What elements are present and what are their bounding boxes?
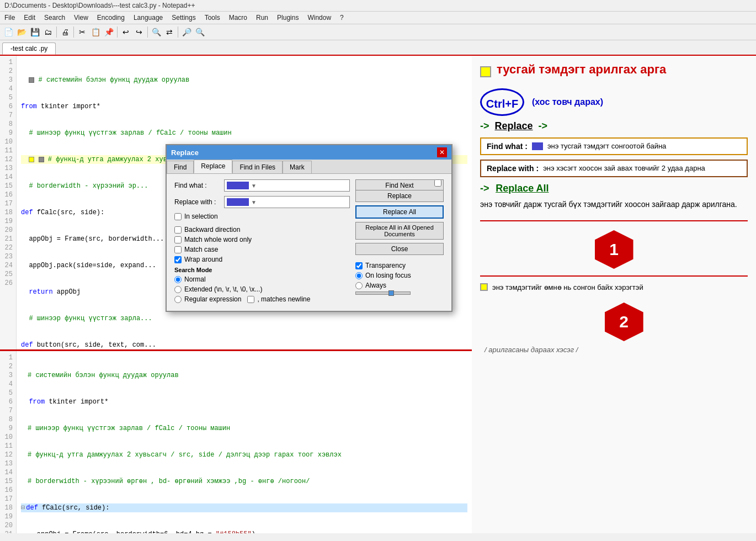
tb-redo[interactable]: ↪ xyxy=(133,26,145,38)
dialog-tab-replace[interactable]: Replace xyxy=(194,160,232,173)
tab-label: -test calc .py xyxy=(10,45,47,52)
annotation-text: / арилгасаны дараах хэсэг / xyxy=(485,346,578,354)
tb-save[interactable]: 💾 xyxy=(29,26,41,38)
in-selection-checkbox[interactable] xyxy=(174,213,182,220)
menu-macro[interactable]: Macro xyxy=(225,13,252,23)
wrap-around-label: Wrap around xyxy=(184,256,222,263)
replace-all-docs-button[interactable]: Replace All in All OpenedDocuments xyxy=(355,222,444,240)
replace-dropdown-arrow[interactable]: ▼ xyxy=(251,199,257,205)
regex-mode-row: Regular expression , matches newline xyxy=(174,295,350,303)
slider-thumb[interactable] xyxy=(388,290,394,296)
menu-language[interactable]: Language xyxy=(129,13,167,23)
ln-17: 17 xyxy=(3,199,13,208)
matches-newline-checkbox[interactable] xyxy=(247,296,254,303)
backward-checkbox[interactable] xyxy=(174,226,182,234)
tb-zoom-out[interactable]: 🔍 xyxy=(194,26,206,38)
find-what-input[interactable]: ▼ xyxy=(224,179,350,192)
menu-search[interactable]: Search xyxy=(40,13,70,23)
transparency-label: Transparency xyxy=(365,262,406,269)
ln-6: 6 xyxy=(3,102,13,111)
replace-with-box: Replace with : энэ хэсэгт хоосон зай ава… xyxy=(480,160,748,177)
ctrl-f-section: Ctrl+F (хос товч дарах) xyxy=(480,88,748,116)
bcode-6: ⊟def fCalc(src, side): xyxy=(21,503,467,512)
tabbar: -test calc .py xyxy=(0,40,756,56)
always-label: Always xyxy=(365,282,386,289)
match-whole-checkbox[interactable] xyxy=(174,236,182,243)
code-content-bottom[interactable]: # системийн бэлэн функц дуудаж оруулав f… xyxy=(17,351,472,533)
menu-file[interactable]: File xyxy=(0,13,19,23)
find-what-desc: энэ тусгай тэмдэгт сонгоотой байна xyxy=(547,142,666,150)
menu-window[interactable]: Window xyxy=(303,13,336,23)
tb-find[interactable]: 🔍 xyxy=(150,26,162,38)
bln-5: 5 xyxy=(3,389,13,397)
bln-17: 17 xyxy=(3,495,13,503)
tb-saveall[interactable]: 🗂 xyxy=(42,26,54,38)
code-line-3: # шинээр функц үүстгэж зарлав / fCalc / … xyxy=(21,129,467,137)
arrow1: -> xyxy=(480,120,489,132)
tb-undo[interactable]: ↩ xyxy=(120,26,132,38)
bln-18: 18 xyxy=(3,503,13,512)
dialog-titlebar: Replace ✕ xyxy=(167,145,451,160)
search-mode-title: Search Mode xyxy=(174,267,350,273)
tb-replace[interactable]: ⇄ xyxy=(163,26,175,38)
ln-22: 22 xyxy=(3,243,13,252)
ln-26: 26 xyxy=(3,279,13,288)
tb-cut[interactable]: ✂ xyxy=(76,26,88,38)
dialog-tab-mark[interactable]: Mark xyxy=(283,161,312,173)
find-what-indicator xyxy=(532,142,543,150)
tb-new[interactable]: 📄 xyxy=(2,26,14,38)
match-case-checkbox[interactable] xyxy=(174,246,182,253)
tab-file[interactable]: -test calc .py xyxy=(2,43,56,55)
dialog-right: Find Next Replace Replace All Replace Al… xyxy=(355,179,444,305)
title-text: D:\Documents - Desktop\Downloads\---test… xyxy=(4,2,195,9)
yellow-badge-top xyxy=(480,66,491,77)
tb-print[interactable]: 🖨 xyxy=(59,26,71,38)
bln-6: 6 xyxy=(3,397,13,406)
transparency-checkbox[interactable] xyxy=(355,262,363,269)
bln-13: 13 xyxy=(3,459,13,468)
ln-7: 7 xyxy=(3,111,13,120)
tb-paste[interactable]: 📌 xyxy=(103,26,115,38)
tb-zoom-in[interactable]: 🔎 xyxy=(180,26,193,38)
replace-with-input[interactable]: ▼ xyxy=(224,196,350,208)
bln-20: 20 xyxy=(3,521,13,530)
regex-label: Regular expression xyxy=(184,295,241,303)
dialog-close-button[interactable]: ✕ xyxy=(437,147,447,157)
bcode-5: # borderwidth - хүрээний өргөн , bd- өрг… xyxy=(21,477,467,486)
normal-radio[interactable] xyxy=(174,276,182,283)
dialog-tab-find[interactable]: Find xyxy=(167,161,194,173)
menu-plugins[interactable]: Plugins xyxy=(273,13,303,23)
replace-heading-section: -> Replace -> xyxy=(480,120,748,132)
close-button[interactable]: Close xyxy=(355,243,444,255)
extended-radio[interactable] xyxy=(174,286,182,293)
wrap-around-row: Wrap around xyxy=(174,256,350,263)
replace-all-button[interactable]: Replace All xyxy=(355,205,444,219)
always-row: Always xyxy=(355,282,444,289)
replace-with-desc: энэ хэсэгт хоосон зай авах товчийг 2 уда… xyxy=(543,164,705,172)
menu-help[interactable]: ? xyxy=(336,13,348,23)
bln-21: 21 xyxy=(3,530,13,533)
on-losing-focus-label: On losing focus xyxy=(365,272,411,279)
find-next-checkbox[interactable] xyxy=(434,179,441,187)
tb-open[interactable]: 📂 xyxy=(15,26,28,38)
match-case-label: Match case xyxy=(184,246,218,253)
menu-tools[interactable]: Tools xyxy=(200,13,225,23)
regex-radio[interactable] xyxy=(174,296,182,303)
ln-1: 1 xyxy=(3,58,13,67)
menu-edit[interactable]: Edit xyxy=(19,13,40,23)
menu-view[interactable]: View xyxy=(70,13,93,23)
tb-copy[interactable]: 📋 xyxy=(89,26,102,38)
find-dropdown-arrow[interactable]: ▼ xyxy=(251,183,257,189)
dialog-tab-findinfiles[interactable]: Find in Files xyxy=(232,161,283,173)
always-radio[interactable] xyxy=(355,282,363,289)
section-divider2 xyxy=(480,275,748,277)
transparency-slider[interactable] xyxy=(355,291,411,295)
menu-encoding[interactable]: Encoding xyxy=(93,13,129,23)
menu-settings[interactable]: Settings xyxy=(167,13,200,23)
badge-1: 1 xyxy=(595,230,633,269)
wrap-around-checkbox[interactable] xyxy=(174,256,182,263)
replace-button[interactable]: Replace xyxy=(355,190,444,202)
menu-run[interactable]: Run xyxy=(252,13,273,23)
bcode-4: # функц-д утга дамжуулах 2 хувьсагч / sr… xyxy=(21,450,467,459)
on-losing-focus-radio[interactable] xyxy=(355,272,363,279)
